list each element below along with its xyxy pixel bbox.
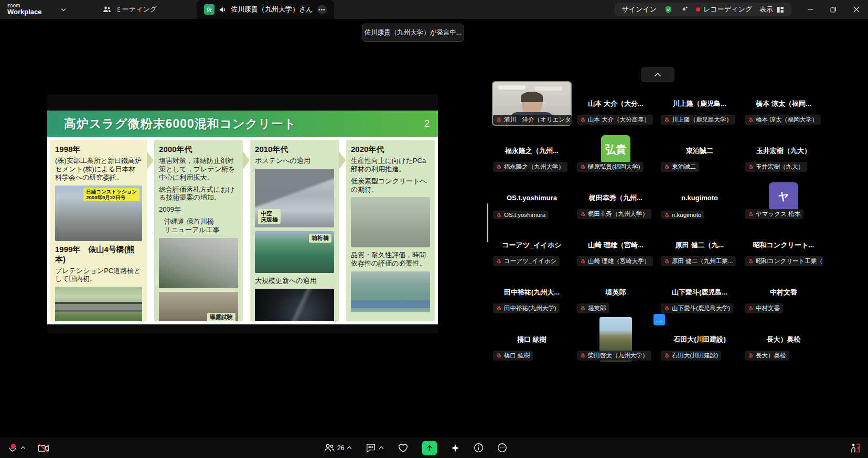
- participant-tile-14[interactable]: 山﨑 理雄（宮崎...山﨑 理雄（宮崎大学）: [576, 223, 656, 267]
- participant-label-text: 山﨑 理雄（宮崎大学）: [588, 257, 650, 265]
- participant-tile-21[interactable]: 橋口 紘樹橋口 紘樹: [492, 317, 572, 362]
- participant-label-text: 福永隆之（九州大学）: [504, 163, 564, 171]
- info-button[interactable]: [474, 443, 484, 453]
- participant-tile-11[interactable]: n.kugimoton.kugimoto: [660, 176, 740, 220]
- mic-button[interactable]: [7, 442, 26, 454]
- heart-icon: [398, 443, 409, 453]
- people-icon: [103, 6, 111, 13]
- participant-tile-19[interactable]: 山下愛斗(鹿児島...山下愛斗(鹿児島大学): [660, 270, 740, 314]
- slide-columns: 1998年(株)安部工業所と新日鐵高炉セメント(株)による日本材料学会への研究委…: [47, 137, 438, 324]
- ai-companion-icon[interactable]: [680, 5, 689, 14]
- participants-chevron-up-icon: [347, 446, 352, 450]
- workspace-chevron-down-icon[interactable]: [61, 8, 66, 12]
- participant-tile-8[interactable]: 玉井宏樹（九大）玉井宏樹（九大）: [744, 128, 823, 173]
- gallery-collapse-button[interactable]: [641, 67, 674, 82]
- timeline-text: 塩害対策，凍結防止剤対策として，プレテン桁を中心に利用拡大。: [159, 157, 238, 182]
- timeline-column-2000s: 2000年代塩害対策，凍結防止剤対策として，プレテン桁を中心に利用拡大。総合評価…: [154, 140, 243, 321]
- participant-label: 福永隆之（九州大学）: [493, 162, 567, 172]
- view-layout-icon: [776, 6, 784, 13]
- restore-button[interactable]: [822, 0, 845, 19]
- participant-tile-24[interactable]: 長大）奥松長大）奥松: [744, 317, 823, 362]
- tab-active-speaker[interactable]: 佐 佐川康貴（九州大学）さん •••: [197, 0, 334, 19]
- slide-page-number: 2: [424, 118, 438, 129]
- slide-photo-box-girder-construction: 箱桁橋: [255, 231, 334, 273]
- participant-tile-23[interactable]: 石田大(川田建設)石田大(川田建設): [660, 317, 740, 362]
- muted-mic-icon: [580, 306, 586, 311]
- timeline-arrow-gap: [243, 140, 250, 321]
- timeline-heading: 1998年: [55, 145, 142, 155]
- muted-mic-icon: [748, 211, 754, 217]
- participant-label: 昭和コンクリート工業（...: [745, 256, 823, 266]
- ai-companion-button[interactable]: [451, 443, 460, 453]
- participant-label: 山下愛斗(鹿児島大学): [661, 303, 733, 313]
- participant-gallery: 浦川 洋介（オリエンタ...山本 大介（大分...山本 大介（大分高専）川上隆（…: [492, 81, 823, 364]
- timeline-text: 大規模更新への適用: [255, 277, 334, 285]
- participant-tile-3[interactable]: 川上隆（鹿児島...川上隆（鹿児島大学）: [660, 81, 740, 126]
- chat-chevron-up-icon: [379, 446, 384, 450]
- participant-tile-12[interactable]: ヤヤマックス 松本: [744, 176, 823, 220]
- participant-label: 樋原弘貴(福岡大学): [577, 162, 644, 172]
- muted-mic-icon: [580, 211, 586, 217]
- participant-label-text: 堤英郎: [588, 304, 606, 312]
- participant-label: 東泊誠二: [661, 162, 699, 172]
- participant-tile-17[interactable]: 田中裕祐(九州大...田中裕祐(九州大学): [492, 270, 572, 314]
- video-off-button[interactable]: [37, 443, 50, 453]
- view-button[interactable]: 表示: [759, 5, 784, 14]
- minimize-button[interactable]: [799, 0, 822, 19]
- participant-tile-20[interactable]: 中村文香中村文香: [744, 270, 823, 314]
- muted-mic-icon: [748, 164, 754, 170]
- close-button[interactable]: [845, 0, 868, 19]
- more-button[interactable]: [497, 443, 507, 453]
- participant-tile-9[interactable]: OS.t.yoshimuraOS.t.yoshimura: [492, 176, 572, 220]
- muted-mic-icon: [664, 306, 670, 311]
- participant-tile-2[interactable]: 山本 大介（大分...山本 大介（大分高専）: [576, 81, 656, 126]
- participant-tile-10[interactable]: 梶田幸秀（九州...梶田幸秀（九州大学）: [576, 176, 656, 220]
- timeline-arrow-icon: [147, 151, 154, 169]
- photo-caption: 中空 床版橋: [258, 209, 281, 224]
- participant-label: OS.t.yoshimura: [493, 211, 549, 219]
- active-speaker-banner: 佐川康貴（九州大学）が発言中...: [362, 24, 464, 42]
- view-label: 表示: [759, 5, 773, 14]
- muted-mic-icon: [664, 258, 670, 264]
- leave-meeting-button[interactable]: [849, 442, 861, 454]
- participant-label-text: 川上隆（鹿児島大学）: [672, 116, 732, 124]
- participant-tile-22[interactable]: ...柴田啓太（九州大学）: [576, 317, 656, 362]
- participant-label: 長大）奥松: [745, 351, 789, 361]
- participant-tile-6[interactable]: 弘貴樋原弘貴(福岡大学): [576, 128, 656, 173]
- logo-workplace: Workplace: [7, 8, 42, 16]
- participant-label-text: 原田 健二（九州工業...: [672, 257, 733, 265]
- participant-label-text: 山本 大介（大分高専）: [588, 116, 650, 124]
- photo-caption: 箱桁橋: [309, 234, 331, 243]
- participant-tile-18[interactable]: 堤英郎堤英郎: [576, 270, 656, 314]
- participants-button[interactable]: 26: [324, 443, 352, 452]
- signin-button[interactable]: サインイン: [622, 5, 657, 14]
- chat-button[interactable]: [366, 443, 384, 453]
- timeline-column-2010s: 2010年代ポステンへの適用中空 床版橋箱桁橋大規模更新への適用: [250, 140, 339, 321]
- participant-tile-16[interactable]: 昭和コンクリート...昭和コンクリート工業（...: [744, 223, 823, 267]
- timeline-text: 沖縄道 億首川橋 リニューアル工事: [159, 217, 238, 234]
- recording-indicator: レコーディング: [696, 5, 752, 14]
- participant-tile-1[interactable]: 浦川 洋介（オリエンタ...: [492, 81, 572, 126]
- participant-tile-7[interactable]: 東泊誠二東泊誠二: [660, 128, 740, 173]
- participant-label: コーアツ_イイホシ: [493, 256, 560, 266]
- security-shield-icon[interactable]: [664, 5, 673, 14]
- timeline-arrow-icon: [339, 151, 346, 169]
- reactions-button[interactable]: [398, 443, 409, 453]
- gallery-scrollbar[interactable]: [487, 203, 488, 242]
- muted-mic-icon: [664, 212, 670, 218]
- participant-label-text: 樋原弘貴(福岡大学): [588, 163, 640, 171]
- participant-tile-4[interactable]: 橋本 涼太（福岡...橋本 涼太（福岡大学）: [744, 81, 823, 126]
- slide-photo-exposure-site: 曝露試験: [159, 292, 238, 321]
- tab-options-icon[interactable]: •••: [317, 5, 327, 14]
- participant-tile-5[interactable]: 福永隆之（九州...福永隆之（九州大学）: [492, 128, 572, 173]
- participant-tile-15[interactable]: 原田 健二（九...原田 健二（九州工業...: [660, 223, 740, 267]
- meeting-toolbar: 26: [0, 438, 868, 458]
- participant-tile-13[interactable]: コーアツ_イイホシコーアツ_イイホシ: [492, 223, 572, 267]
- participant-label: 川上隆（鹿児島大学）: [661, 115, 735, 125]
- share-screen-button[interactable]: [422, 441, 437, 455]
- slide-photo-bridge-river: 2011/6/27: [55, 287, 142, 321]
- participant-avatar: 弘貴: [601, 135, 630, 164]
- slide-photo-water-pool: [351, 271, 430, 312]
- tab-meeting[interactable]: ミーティング: [94, 0, 166, 19]
- recording-label: レコーディング: [703, 5, 752, 14]
